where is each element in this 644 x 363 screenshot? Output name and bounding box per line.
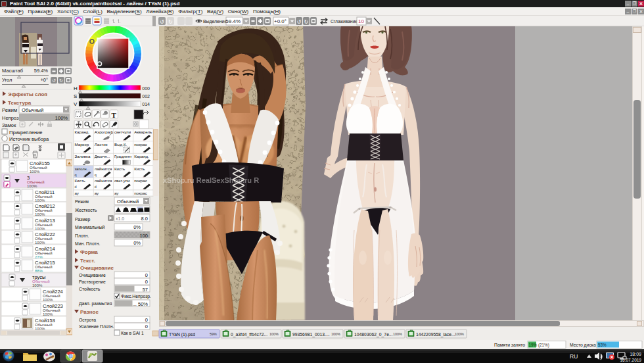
svg-text:104803062_0_7e...: 104803062_0_7e... (354, 332, 393, 337)
svg-text:100: 100 (139, 233, 148, 239)
svg-text:Градиент: Градиент (114, 154, 132, 158)
svg-text:TYaN (1).psd: TYaN (1).psd (169, 332, 195, 337)
svg-text:Размер: Размер (75, 217, 91, 222)
svg-text:Непроз.: Непроз. (2, 115, 20, 121)
svg-text:100%: 100% (269, 332, 279, 336)
svg-text:Обычный: Обычный (22, 107, 43, 113)
svg-text:ау: ау (75, 191, 80, 195)
svg-text:Разное: Разное (80, 309, 99, 315)
svg-text:27%: 27% (35, 255, 43, 259)
svg-text:100%: 100% (30, 170, 40, 174)
svg-text:Акварель: Акварель (134, 130, 152, 134)
svg-text:16.07.2019: 16.07.2019 (620, 358, 641, 362)
svg-text:0_a3fd4_ffb4c72...: 0_a3fd4_ffb4c72... (231, 332, 267, 337)
svg-text:лайнится: лайнится (95, 166, 112, 171)
svg-text:Угол: Угол (2, 77, 12, 83)
svg-text:Выд.К.: Выд.К. (114, 142, 127, 147)
svg-text:Форма: Форма (80, 249, 98, 255)
svg-text:Маркер: Маркер (75, 142, 89, 147)
svg-text:88%: 88% (35, 269, 43, 273)
svg-text:Очищивание: Очищивание (79, 273, 106, 278)
svg-text:Выделение: Выделение (203, 19, 227, 24)
svg-text:d: d (75, 185, 77, 189)
svg-text:0: 0 (145, 279, 148, 285)
svg-text:x1.0: x1.0 (116, 216, 124, 221)
svg-text:Место диска: Место диска (570, 343, 596, 348)
svg-text:000: 000 (142, 86, 150, 91)
svg-text:100%: 100% (331, 332, 340, 336)
svg-text:d: d (95, 185, 97, 189)
svg-text:Жесткость: Жесткость (75, 208, 97, 212)
svg-text:Прикрепление: Прикрепление (9, 130, 43, 135)
svg-text:Режим: Режим (2, 107, 17, 113)
svg-text:ау: ау (95, 191, 99, 195)
svg-text:99356981_0013....: 99356981_0013.... (292, 332, 330, 337)
svg-text:Плотн.: Плотн. (75, 233, 89, 238)
svg-text:Растворение: Растворение (79, 279, 106, 285)
svg-text:Давл. размытия: Давл. размытия (79, 301, 112, 306)
svg-text:q: q (95, 173, 97, 177)
svg-text:100%: 100% (455, 332, 464, 336)
svg-text:100%: 100% (35, 199, 45, 203)
svg-text:10: 10 (358, 18, 364, 24)
svg-text:Источник выбора: Источник выбора (9, 136, 49, 142)
svg-text:Минимальный: Минимальный (75, 225, 105, 230)
svg-text:57: 57 (143, 287, 148, 293)
svg-text:q: q (75, 173, 77, 177)
svg-text:Заливка: Заливка (75, 154, 91, 158)
svg-text:+0.0°: +0.0° (274, 18, 287, 24)
svg-text:T: T (112, 111, 117, 119)
svg-text:19%: 19% (529, 343, 538, 347)
svg-text:0: 0 (145, 272, 148, 278)
svg-text:Кисть: Кисть (134, 166, 145, 171)
svg-text:Сглаживание: Сглаживание (331, 19, 357, 24)
svg-text:100%: 100% (43, 298, 53, 302)
svg-text:Каранд.: Каранд. (134, 154, 149, 158)
svg-text:0%: 0% (133, 240, 141, 246)
svg-text:Масштаб: Масштаб (2, 68, 23, 74)
svg-text:100%: 100% (32, 283, 43, 287)
svg-text:H: H (74, 85, 78, 91)
svg-text:100%: 100% (393, 332, 402, 336)
svg-text:S: S (74, 93, 77, 99)
svg-text:100%: 100% (55, 115, 68, 121)
svg-text:002: 002 (142, 94, 150, 99)
svg-text:Текстура: Текстура (8, 100, 32, 106)
svg-text:100%: 100% (35, 241, 45, 245)
svg-text:Кисть: Кисть (114, 166, 125, 171)
svg-text:... 50%: ... 50% (133, 301, 149, 307)
svg-text:100%: 100% (35, 212, 45, 216)
svg-text:свет.ули: свет.ули (114, 178, 130, 183)
svg-text:53%: 53% (598, 343, 607, 347)
svg-text:Кисть: Кисть (75, 178, 85, 183)
svg-text:ау: ау (114, 191, 119, 195)
svg-text:↺: ↺ (52, 78, 56, 83)
svg-text:покрас: покрас (134, 178, 147, 183)
svg-text:Аэрограф: Аэрограф (95, 130, 114, 134)
svg-text:0%: 0% (133, 224, 141, 230)
svg-text:Острота: Острота (79, 318, 96, 323)
svg-text:014: 014 (142, 102, 150, 107)
svg-text:Замок: Замок (2, 122, 16, 128)
svg-text:Режим: Режим (75, 199, 89, 204)
svg-text:59.4%: 59.4% (225, 18, 241, 24)
svg-text:Фикс.Непрозр.: Фикс.Непрозр. (121, 294, 151, 299)
svg-text:1442209558_lace...: 1442209558_lace... (416, 332, 455, 337)
svg-text:Мин. Плотн.: Мин. Плотн. (75, 241, 100, 246)
svg-text:скетчули: скетчули (114, 130, 131, 134)
svg-text:V: V (74, 101, 78, 107)
svg-text:↻: ↻ (304, 19, 309, 25)
svg-text:18:09: 18:09 (630, 352, 641, 356)
svg-text:Стойкость: Стойкость (79, 287, 101, 291)
svg-text:Очищивание: Очищивание (80, 265, 114, 271)
svg-text:заполн...: заполн... (75, 167, 90, 171)
svg-text:Текст.: Текст. (80, 258, 95, 264)
svg-text:↺: ↺ (160, 19, 164, 25)
svg-text:100%: 100% (27, 184, 37, 188)
svg-text:Обычный: Обычный (117, 199, 139, 205)
svg-text:покрас: покрас (134, 191, 147, 195)
svg-text:Эффекты слоя: Эффекты слоя (8, 91, 47, 97)
svg-text:100%: 100% (35, 227, 45, 231)
svg-text:⒈⒈: ⒈⒈ (111, 18, 122, 24)
svg-text:лайнится: лайнится (95, 178, 112, 183)
